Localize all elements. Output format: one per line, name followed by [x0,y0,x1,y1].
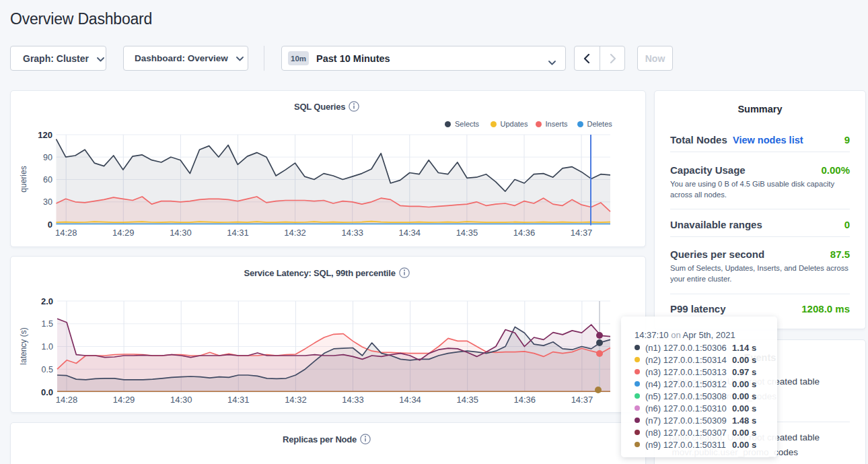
svg-text:2.0: 2.0 [41,296,53,306]
svg-text:14:35: 14:35 [456,395,478,405]
svg-text:14:29: 14:29 [112,228,135,238]
svg-text:90: 90 [43,153,52,162]
svg-text:queries: queries [19,166,28,192]
svg-text:latency (s): latency (s) [19,327,28,364]
svg-text:14:37: 14:37 [571,395,593,405]
svg-text:14:29: 14:29 [113,395,135,405]
svg-text:14:34: 14:34 [399,228,421,238]
svg-text:14:33: 14:33 [342,395,364,405]
svg-text:14:30: 14:30 [170,395,192,405]
svg-text:14:34: 14:34 [399,395,421,405]
svg-text:30: 30 [43,197,52,207]
svg-text:14:32: 14:32 [285,395,307,405]
svg-text:14:32: 14:32 [284,228,306,238]
svg-text:0: 0 [48,220,52,230]
svg-text:0.5: 0.5 [42,365,53,374]
svg-text:1.5: 1.5 [42,319,53,329]
svg-text:14:28: 14:28 [56,395,78,405]
svg-text:14:37: 14:37 [571,228,593,238]
svg-text:14:31: 14:31 [227,228,249,238]
svg-text:14:36: 14:36 [513,228,536,238]
svg-text:120: 120 [38,130,52,140]
svg-text:0.0: 0.0 [41,387,53,397]
svg-text:14:28: 14:28 [55,228,77,238]
svg-text:14:35: 14:35 [456,228,478,238]
svg-text:14:31: 14:31 [227,395,250,405]
svg-text:60: 60 [43,175,52,185]
svg-text:14:36: 14:36 [514,395,536,405]
svg-text:1.0: 1.0 [42,342,53,352]
svg-text:14:33: 14:33 [341,228,363,238]
svg-text:14:30: 14:30 [170,228,192,238]
